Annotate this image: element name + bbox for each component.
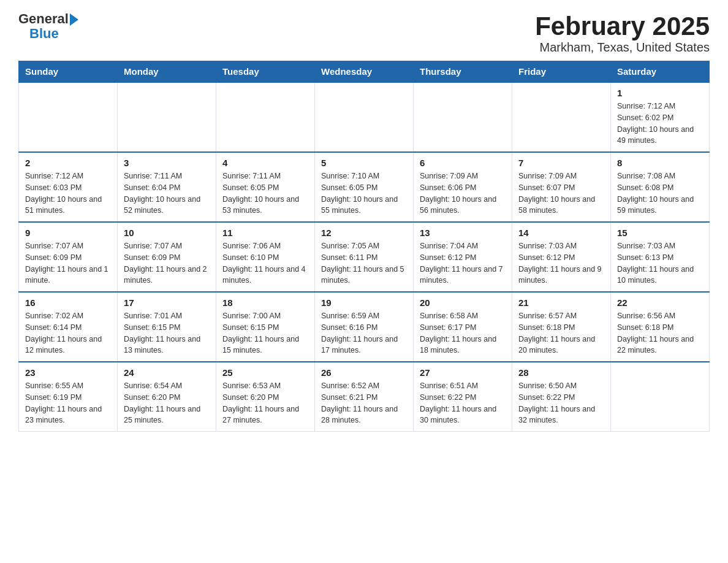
calendar-cell: 28Sunrise: 6:50 AM Sunset: 6:22 PM Dayli… — [512, 362, 611, 432]
day-number: 14 — [518, 228, 604, 238]
day-info: Sunrise: 7:11 AM Sunset: 6:04 PM Dayligh… — [124, 170, 210, 216]
calendar-cell: 14Sunrise: 7:03 AM Sunset: 6:12 PM Dayli… — [512, 222, 611, 292]
day-number: 11 — [222, 228, 308, 238]
calendar-cell: 4Sunrise: 7:11 AM Sunset: 6:05 PM Daylig… — [216, 152, 315, 222]
calendar-cell: 23Sunrise: 6:55 AM Sunset: 6:19 PM Dayli… — [19, 362, 118, 432]
day-info: Sunrise: 7:04 AM Sunset: 6:12 PM Dayligh… — [420, 240, 506, 286]
calendar-cell — [414, 82, 512, 152]
day-info: Sunrise: 6:50 AM Sunset: 6:22 PM Dayligh… — [518, 380, 604, 426]
day-info: Sunrise: 6:59 AM Sunset: 6:16 PM Dayligh… — [321, 310, 407, 356]
day-info: Sunrise: 7:12 AM Sunset: 6:02 PM Dayligh… — [617, 101, 703, 147]
calendar-week-row: 2Sunrise: 7:12 AM Sunset: 6:03 PM Daylig… — [19, 152, 710, 222]
day-info: Sunrise: 6:52 AM Sunset: 6:21 PM Dayligh… — [321, 380, 407, 426]
weekday-header-tuesday: Tuesday — [216, 61, 315, 83]
logo-general-text: General — [18, 12, 69, 26]
day-number: 21 — [518, 297, 604, 308]
day-info: Sunrise: 6:53 AM Sunset: 6:20 PM Dayligh… — [222, 380, 308, 426]
calendar-cell: 15Sunrise: 7:03 AM Sunset: 6:13 PM Dayli… — [611, 222, 710, 292]
day-info: Sunrise: 7:09 AM Sunset: 6:07 PM Dayligh… — [518, 170, 604, 216]
day-number: 18 — [222, 297, 308, 308]
calendar-cell — [611, 362, 710, 432]
day-info: Sunrise: 6:58 AM Sunset: 6:17 PM Dayligh… — [420, 310, 506, 356]
calendar-week-row: 23Sunrise: 6:55 AM Sunset: 6:19 PM Dayli… — [19, 362, 710, 432]
day-info: Sunrise: 7:05 AM Sunset: 6:11 PM Dayligh… — [321, 240, 407, 286]
calendar-table: SundayMondayTuesdayWednesdayThursdayFrid… — [18, 61, 710, 432]
calendar-cell: 18Sunrise: 7:00 AM Sunset: 6:15 PM Dayli… — [216, 292, 315, 362]
day-number: 13 — [420, 228, 506, 238]
day-number: 7 — [518, 158, 604, 168]
day-number: 24 — [124, 367, 210, 378]
calendar-week-row: 1Sunrise: 7:12 AM Sunset: 6:02 PM Daylig… — [19, 82, 710, 152]
calendar-cell: 10Sunrise: 7:07 AM Sunset: 6:09 PM Dayli… — [118, 222, 216, 292]
day-number: 28 — [518, 367, 604, 378]
calendar-week-row: 16Sunrise: 7:02 AM Sunset: 6:14 PM Dayli… — [19, 292, 710, 362]
calendar-cell: 13Sunrise: 7:04 AM Sunset: 6:12 PM Dayli… — [414, 222, 512, 292]
calendar-cell: 2Sunrise: 7:12 AM Sunset: 6:03 PM Daylig… — [19, 152, 118, 222]
calendar-cell: 21Sunrise: 6:57 AM Sunset: 6:18 PM Dayli… — [512, 292, 611, 362]
weekday-header-sunday: Sunday — [19, 61, 118, 83]
day-info: Sunrise: 7:07 AM Sunset: 6:09 PM Dayligh… — [124, 240, 210, 286]
day-number: 17 — [124, 297, 210, 308]
title-block: February 2025 Markham, Texas, United Sta… — [535, 12, 710, 55]
day-number: 20 — [420, 297, 506, 308]
day-info: Sunrise: 7:06 AM Sunset: 6:10 PM Dayligh… — [222, 240, 308, 286]
day-info: Sunrise: 6:55 AM Sunset: 6:19 PM Dayligh… — [25, 380, 111, 426]
day-number: 15 — [617, 228, 703, 238]
day-info: Sunrise: 6:57 AM Sunset: 6:18 PM Dayligh… — [518, 310, 604, 356]
page-header: General Blue February 2025 Markham, Texa… — [18, 12, 710, 55]
calendar-week-row: 9Sunrise: 7:07 AM Sunset: 6:09 PM Daylig… — [19, 222, 710, 292]
calendar-cell: 12Sunrise: 7:05 AM Sunset: 6:11 PM Dayli… — [315, 222, 414, 292]
calendar-cell: 24Sunrise: 6:54 AM Sunset: 6:20 PM Dayli… — [118, 362, 216, 432]
day-info: Sunrise: 7:00 AM Sunset: 6:15 PM Dayligh… — [222, 310, 308, 356]
day-number: 4 — [222, 158, 308, 168]
day-number: 25 — [222, 367, 308, 378]
day-info: Sunrise: 6:56 AM Sunset: 6:18 PM Dayligh… — [617, 310, 703, 356]
calendar-cell: 7Sunrise: 7:09 AM Sunset: 6:07 PM Daylig… — [512, 152, 611, 222]
day-info: Sunrise: 6:51 AM Sunset: 6:22 PM Dayligh… — [420, 380, 506, 426]
calendar-cell — [315, 82, 414, 152]
calendar-cell: 16Sunrise: 7:02 AM Sunset: 6:14 PM Dayli… — [19, 292, 118, 362]
calendar-cell: 1Sunrise: 7:12 AM Sunset: 6:02 PM Daylig… — [611, 82, 710, 152]
day-number: 2 — [25, 158, 111, 168]
calendar-subtitle: Markham, Texas, United States — [535, 40, 710, 55]
calendar-cell: 27Sunrise: 6:51 AM Sunset: 6:22 PM Dayli… — [414, 362, 512, 432]
calendar-cell: 22Sunrise: 6:56 AM Sunset: 6:18 PM Dayli… — [611, 292, 710, 362]
day-number: 12 — [321, 228, 407, 238]
day-info: Sunrise: 7:03 AM Sunset: 6:13 PM Dayligh… — [617, 240, 703, 286]
day-number: 6 — [420, 158, 506, 168]
day-number: 19 — [321, 297, 407, 308]
calendar-cell: 3Sunrise: 7:11 AM Sunset: 6:04 PM Daylig… — [118, 152, 216, 222]
day-number: 22 — [617, 297, 703, 308]
weekday-header-wednesday: Wednesday — [315, 61, 414, 83]
day-number: 10 — [124, 228, 210, 238]
day-number: 5 — [321, 158, 407, 168]
weekday-header-saturday: Saturday — [611, 61, 710, 83]
calendar-cell: 11Sunrise: 7:06 AM Sunset: 6:10 PM Dayli… — [216, 222, 315, 292]
logo-arrow-icon — [70, 13, 78, 26]
day-number: 3 — [124, 158, 210, 168]
day-number: 27 — [420, 367, 506, 378]
day-info: Sunrise: 7:10 AM Sunset: 6:05 PM Dayligh… — [321, 170, 407, 216]
day-number: 26 — [321, 367, 407, 378]
calendar-cell — [512, 82, 611, 152]
weekday-header-row: SundayMondayTuesdayWednesdayThursdayFrid… — [19, 61, 710, 83]
day-info: Sunrise: 7:03 AM Sunset: 6:12 PM Dayligh… — [518, 240, 604, 286]
calendar-title: February 2025 — [535, 12, 710, 40]
calendar-cell: 19Sunrise: 6:59 AM Sunset: 6:16 PM Dayli… — [315, 292, 414, 362]
calendar-header: SundayMondayTuesdayWednesdayThursdayFrid… — [19, 61, 710, 83]
calendar-cell — [19, 82, 118, 152]
calendar-body: 1Sunrise: 7:12 AM Sunset: 6:02 PM Daylig… — [19, 82, 710, 432]
calendar-cell: 26Sunrise: 6:52 AM Sunset: 6:21 PM Dayli… — [315, 362, 414, 432]
day-info: Sunrise: 7:11 AM Sunset: 6:05 PM Dayligh… — [222, 170, 308, 216]
calendar-cell: 25Sunrise: 6:53 AM Sunset: 6:20 PM Dayli… — [216, 362, 315, 432]
weekday-header-thursday: Thursday — [414, 61, 512, 83]
day-info: Sunrise: 7:07 AM Sunset: 6:09 PM Dayligh… — [25, 240, 111, 286]
day-info: Sunrise: 7:02 AM Sunset: 6:14 PM Dayligh… — [25, 310, 111, 356]
calendar-cell: 8Sunrise: 7:08 AM Sunset: 6:08 PM Daylig… — [611, 152, 710, 222]
day-number: 16 — [25, 297, 111, 308]
day-number: 8 — [617, 158, 703, 168]
logo: General Blue — [18, 12, 78, 42]
calendar-cell — [216, 82, 315, 152]
calendar-cell: 5Sunrise: 7:10 AM Sunset: 6:05 PM Daylig… — [315, 152, 414, 222]
day-info: Sunrise: 7:12 AM Sunset: 6:03 PM Dayligh… — [25, 170, 111, 216]
